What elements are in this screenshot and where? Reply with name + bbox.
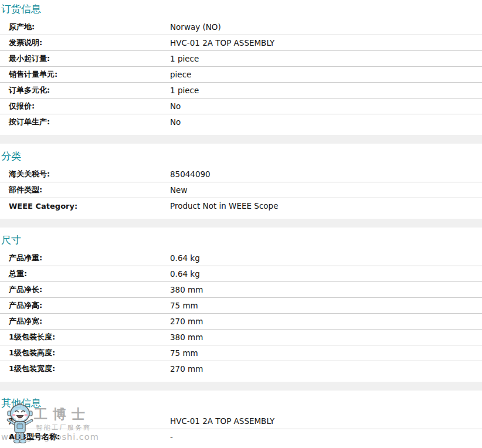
spec-row-value: 1 piece: [170, 54, 199, 63]
section-rows: 海关关税号: 85044090 部件类型: New WEEE Category:…: [0, 167, 482, 213]
spec-row: 1级包装长度: 380 mm: [0, 330, 482, 345]
spec-row-label: ABB型号名称:: [0, 432, 170, 442]
spec-row-label: 仅报价:: [0, 101, 170, 111]
spec-row: 原产地: Norway (NO): [0, 19, 482, 35]
spec-row: 按订单生产: No: [0, 114, 482, 130]
spec-row-label: 产品净宽:: [0, 316, 170, 327]
spec-row-label: 总重:: [0, 269, 170, 279]
spec-row-value: No: [170, 101, 181, 111]
spec-row: 产品净长: 380 mm: [0, 282, 482, 298]
spec-row-value: -: [170, 432, 173, 442]
spec-row: 发票说明: HVC-01 2A TOP ASSEMBLY: [0, 35, 482, 51]
spec-row-label: 产品:: [0, 416, 170, 426]
spec-row: 1级包装高度: 75 mm: [0, 345, 482, 361]
spec-row-value: 1 piece: [170, 86, 199, 95]
spec-sections: 订货信息 原产地: Norway (NO) 发票说明: HVC-01 2A TO…: [0, 0, 482, 444]
spec-row: 海关关税号: 85044090: [0, 167, 482, 182]
section-divider-band: [0, 219, 482, 228]
spec-row-label: 订单多元化:: [0, 85, 170, 96]
spec-row-label: 1级包装高度:: [0, 348, 170, 358]
spec-row-value: 0.64 kg: [170, 269, 200, 279]
spec-row: 最小起订量: 1 piece: [0, 51, 482, 67]
spec-row: 1级包装宽度: 270 mm: [0, 361, 482, 376]
section-title: 分类: [1, 144, 482, 162]
spec-row: 部件类型: New: [0, 182, 482, 198]
spec-row-value: 75 mm: [170, 348, 198, 358]
spec-row-label: 产品净长:: [0, 284, 170, 295]
spec-row-label: 按订单生产:: [0, 117, 170, 127]
spec-row: 订单多元化: 1 piece: [0, 83, 482, 99]
spec-row: 产品: HVC-01 2A TOP ASSEMBLY: [0, 413, 482, 429]
spec-section: 尺寸 产品净重: 0.64 kg 总重: 0.64 kg 产品净长: 380 m…: [0, 228, 482, 391]
spec-row: WEEE Category: Product Not in WEEE Scope: [0, 198, 482, 213]
spec-row: 总重: 0.64 kg: [0, 266, 482, 282]
section-title: 尺寸: [1, 228, 482, 246]
spec-row-label: 发票说明:: [0, 38, 170, 48]
section-rows: 原产地: Norway (NO) 发票说明: HVC-01 2A TOP ASS…: [0, 19, 482, 130]
spec-row-value: 380 mm: [170, 332, 203, 342]
spec-row-value: No: [170, 117, 181, 127]
spec-section: 订货信息 原产地: Norway (NO) 发票说明: HVC-01 2A TO…: [0, 0, 482, 144]
spec-row-label: 部件类型:: [0, 185, 170, 195]
spec-row-label: 销售计量单元:: [0, 69, 170, 80]
spec-row-value: 270 mm: [170, 317, 203, 326]
spec-row: 产品净重: 0.64 kg: [0, 250, 482, 266]
section-rows: 产品净重: 0.64 kg 总重: 0.64 kg 产品净长: 380 mm 产…: [0, 250, 482, 376]
spec-row-value: Product Not in WEEE Scope: [170, 201, 278, 211]
spec-row-label: 产品净高:: [0, 300, 170, 311]
spec-row-label: 最小起订量:: [0, 53, 170, 64]
spec-row-label: 产品净重:: [0, 253, 170, 263]
spec-row-value: 0.64 kg: [170, 253, 200, 263]
spec-row: 产品净高: 75 mm: [0, 298, 482, 314]
spec-row: ABB型号名称: -: [0, 429, 482, 444]
spec-section: 其他信息 产品: HVC-01 2A TOP ASSEMBLY ABB型号名称:…: [0, 391, 482, 444]
spec-row-value: New: [170, 185, 187, 195]
spec-row: 产品净宽: 270 mm: [0, 314, 482, 330]
spec-row-value: HVC-01 2A TOP ASSEMBLY: [170, 38, 274, 47]
section-rows: 产品: HVC-01 2A TOP ASSEMBLY ABB型号名称: -: [0, 413, 482, 444]
spec-row: 仅报价: No: [0, 99, 482, 114]
spec-row-value: piece: [170, 70, 191, 79]
spec-row-label: 原产地:: [0, 22, 170, 32]
spec-row-label: 海关关税号:: [0, 169, 170, 179]
spec-row-label: WEEE Category:: [0, 202, 170, 211]
section-title: 订货信息: [1, 0, 482, 15]
product-spec-page: 订货信息 原产地: Norway (NO) 发票说明: HVC-01 2A TO…: [0, 0, 482, 444]
spec-row: 销售计量单元: piece: [0, 67, 482, 83]
spec-row-value: HVC-01 2A TOP ASSEMBLY: [170, 416, 274, 426]
section-divider-band: [0, 135, 482, 144]
spec-row-value: 85044090: [170, 169, 211, 179]
spec-section: 分类 海关关税号: 85044090 部件类型: New WEEE Catego…: [0, 144, 482, 228]
spec-row-value: 75 mm: [170, 301, 198, 310]
section-divider-band: [0, 382, 482, 391]
spec-row-value: Norway (NO): [170, 22, 221, 32]
spec-row-label: 1级包装宽度:: [0, 364, 170, 374]
spec-row-value: 270 mm: [170, 364, 203, 374]
spec-row-label: 1级包装长度:: [0, 332, 170, 342]
section-title: 其他信息: [1, 391, 482, 409]
spec-row-value: 380 mm: [170, 285, 203, 294]
